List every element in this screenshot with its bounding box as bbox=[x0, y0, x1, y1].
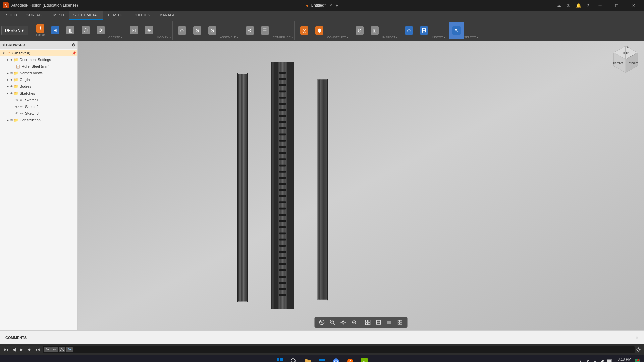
taskbar-files-btn[interactable] bbox=[302, 355, 314, 362]
tree-eye-origin[interactable]: 👁 bbox=[10, 78, 13, 82]
timeline-first-btn[interactable]: ⏮ bbox=[3, 346, 10, 353]
tree-eye-sketch1[interactable]: 👁 bbox=[15, 98, 19, 102]
cloud-icon[interactable]: ☁ bbox=[555, 3, 563, 8]
assemble-joint-btn[interactable]: ⊗ bbox=[190, 22, 205, 39]
taskbar-nvidia-btn[interactable]: N bbox=[358, 355, 370, 362]
help-icon[interactable]: ? bbox=[585, 3, 591, 8]
design-button[interactable]: DESIGN ▾ bbox=[1, 26, 28, 35]
tree-expand-unsaved[interactable]: ▼ bbox=[1, 51, 6, 55]
tree-eye-bodies[interactable]: 👁 bbox=[10, 85, 13, 88]
new-tab-btn[interactable]: + bbox=[336, 3, 338, 8]
configure-btn1[interactable]: ⚙ bbox=[243, 22, 257, 39]
tree-item-named-views[interactable]: ▶ 👁 📁 Named Views bbox=[0, 70, 77, 76]
tree-expand-construction[interactable]: ▶ bbox=[5, 118, 10, 122]
timeline-play-btn[interactable]: ▶ bbox=[18, 346, 24, 353]
view-cube[interactable]: TOP RIGHT FRONT Z bbox=[610, 44, 641, 74]
tree-eye-sketch2[interactable]: 👁 bbox=[15, 105, 19, 109]
construct-plane-btn[interactable]: ◎ bbox=[297, 22, 312, 39]
timeline-marker-current[interactable] bbox=[66, 347, 73, 352]
timeline-marker-sketch1[interactable] bbox=[44, 347, 51, 352]
create-extrude-btn[interactable]: ☀ Flange bbox=[33, 22, 48, 39]
minimize-button[interactable]: ─ bbox=[592, 0, 608, 11]
user-icon[interactable]: ① bbox=[565, 3, 573, 8]
tab-mesh[interactable]: MESH bbox=[49, 11, 69, 20]
insert-derive-btn[interactable]: ⊕ bbox=[401, 22, 416, 39]
taskbar-search-btn[interactable] bbox=[288, 355, 300, 362]
modify-chamfer-btn[interactable]: ◈ bbox=[142, 22, 156, 39]
tab-close-btn[interactable]: ✕ bbox=[329, 3, 332, 8]
tree-eye-doc[interactable]: 👁 bbox=[10, 58, 13, 62]
taskbar-store-btn[interactable] bbox=[316, 355, 328, 362]
tree-item-construction[interactable]: ▶ 👁 📁 Construction bbox=[0, 117, 77, 123]
inspect-interference-btn[interactable]: ⊞ bbox=[367, 22, 382, 39]
tree-expand-sketches[interactable]: ▼ bbox=[5, 91, 10, 96]
tab-surface[interactable]: SURFACE bbox=[22, 11, 49, 20]
configure-btn2[interactable]: ☰ bbox=[258, 22, 272, 39]
create-sweep-btn[interactable]: ◧ bbox=[63, 22, 78, 39]
tree-expand-origin[interactable]: ▶ bbox=[5, 77, 10, 82]
viewport[interactable]: TOP RIGHT FRONT Z bbox=[78, 41, 644, 330]
maximize-button[interactable]: □ bbox=[609, 0, 625, 11]
tab-manage[interactable]: MANAGE bbox=[155, 11, 180, 20]
pan-btn[interactable] bbox=[339, 318, 348, 326]
notify-icon[interactable]: 🔔 bbox=[574, 3, 583, 8]
tree-item-sketches[interactable]: ▼ 👁 📁 Sketches bbox=[0, 90, 77, 97]
taskbar-start-btn[interactable] bbox=[274, 355, 286, 362]
tree-item-unsaved[interactable]: ▼ ⊙ (Unsaved) 📌 bbox=[0, 50, 77, 56]
network-icon[interactable] bbox=[592, 358, 598, 362]
volume-icon[interactable] bbox=[599, 358, 605, 362]
tree-item-rule[interactable]: ▶ 📋 Rule: Steel (mm) bbox=[0, 63, 77, 70]
create-revolve-btn[interactable]: ⊞ bbox=[48, 22, 63, 39]
tree-item-sketch3[interactable]: 👁 ✏ Sketch3 bbox=[0, 110, 77, 117]
tree-item-origin[interactable]: ▶ 👁 📁 Origin bbox=[0, 76, 77, 83]
bluetooth-icon[interactable] bbox=[585, 358, 591, 362]
construct-axis-btn[interactable]: ⬢ bbox=[312, 22, 327, 39]
browser-options-icon[interactable]: ⊙ bbox=[72, 42, 75, 47]
tab-utilities[interactable]: UTILITIES bbox=[128, 11, 155, 20]
timeline-marker-sketch3[interactable] bbox=[59, 347, 65, 352]
view-options-btn[interactable] bbox=[363, 318, 373, 326]
inspect-measure-btn[interactable]: ⊙ bbox=[352, 22, 367, 39]
assemble-new-btn[interactable]: ⊕ bbox=[175, 22, 190, 39]
create-loft-btn[interactable]: ⬡ bbox=[78, 22, 93, 39]
zoom-btn[interactable] bbox=[328, 318, 337, 326]
tree-eye-sketches[interactable]: 👁 bbox=[10, 92, 13, 95]
tree-pin-icon[interactable]: 📌 bbox=[72, 51, 76, 55]
tree-eye-sketch3[interactable]: 👁 bbox=[15, 112, 19, 115]
browser-collapse-icon[interactable]: ◁ bbox=[2, 43, 5, 47]
timeline-settings-btn[interactable] bbox=[636, 347, 641, 353]
tree-item-sketch2[interactable]: 👁 ✏ Sketch2 bbox=[0, 103, 77, 110]
timeline-last-btn[interactable]: ⏭ bbox=[34, 346, 41, 353]
select-btn[interactable]: ↖ bbox=[449, 22, 464, 39]
fit-screen-btn[interactable] bbox=[350, 318, 359, 326]
timeline-marker-sketch2[interactable] bbox=[51, 347, 58, 352]
display-settings-btn[interactable] bbox=[374, 318, 383, 326]
timeline-next-btn[interactable]: ⏭ bbox=[26, 346, 33, 353]
clock-date[interactable]: 8:18 PM 4/27/2024 bbox=[615, 357, 631, 362]
orbit-btn[interactable] bbox=[317, 318, 327, 326]
close-button[interactable]: ✕ bbox=[626, 0, 641, 11]
insert-canvas-btn[interactable]: 🖼 bbox=[417, 22, 431, 39]
battery-icon[interactable] bbox=[607, 359, 613, 362]
timeline-prev-btn[interactable]: ◀ bbox=[11, 346, 17, 353]
taskbar-chrome-btn[interactable] bbox=[330, 355, 342, 362]
create-mirror-btn[interactable]: ⟳ bbox=[93, 22, 108, 39]
timeline-track[interactable] bbox=[43, 346, 635, 353]
tree-eye-named-views[interactable]: 👁 bbox=[10, 71, 13, 75]
assemble-rigid-btn[interactable]: ⊘ bbox=[205, 22, 220, 39]
notifications-btn[interactable] bbox=[633, 357, 641, 362]
tab-sheet-metal[interactable]: SHEET METAL bbox=[69, 11, 103, 20]
tree-eye-construction[interactable]: 👁 bbox=[10, 118, 13, 122]
snapping-btn[interactable] bbox=[395, 318, 405, 326]
modify-fillet-btn[interactable]: ⊡ bbox=[126, 22, 141, 39]
tab-solid[interactable]: SOLID bbox=[1, 11, 22, 20]
tree-expand-named-views[interactable]: ▶ bbox=[5, 71, 10, 75]
tree-expand-doc[interactable]: ▶ bbox=[5, 57, 10, 62]
tree-item-doc-settings[interactable]: ▶ 👁 📁 Document Settings bbox=[0, 56, 77, 63]
tree-item-bodies[interactable]: ▶ 👁 📁 Bodies bbox=[0, 83, 77, 90]
tray-expand-icon[interactable]: ▲ bbox=[577, 358, 583, 362]
taskbar-app4-btn[interactable]: A bbox=[344, 355, 356, 362]
tab-plastic[interactable]: PLASTIC bbox=[103, 11, 128, 20]
tree-item-sketch1[interactable]: 👁 ✏ Sketch1 bbox=[0, 97, 77, 103]
grid-settings-btn[interactable] bbox=[385, 318, 394, 326]
